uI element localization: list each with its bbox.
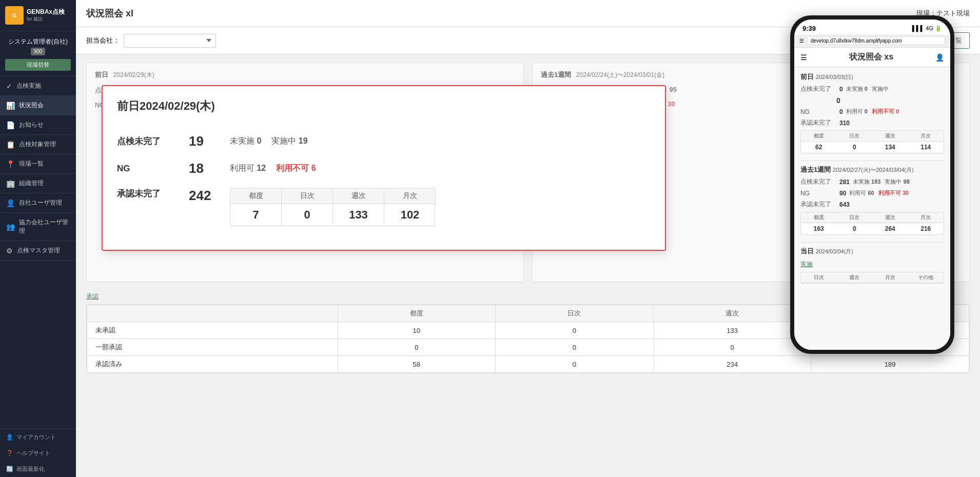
sidebar-item-notice[interactable]: 📄 お知らせ [0, 115, 76, 135]
mb-h1: 都度 [801, 131, 837, 142]
breakdown-box-wrap: 都度 日次 週次 月次 7 0 133 102 [230, 188, 435, 226]
sidebar-item-help[interactable]: ❓ ヘルプサイト [0, 445, 76, 461]
overlay-date: 2024/02/29(木) [140, 98, 215, 114]
user-badge: 900 [31, 48, 46, 55]
mobile-past-approval-label: 承認未完了 [800, 200, 836, 209]
sidebar-item-refresh[interactable]: 🔄 画面最新化 [0, 461, 76, 477]
overlay-inspect-value: 19 [189, 133, 220, 149]
sidebar-item-inspection[interactable]: ✓ 点検実施 [0, 76, 76, 96]
location-icon: 📍 [6, 160, 15, 168]
mobile-mockup: 9:39 ▌▌▌ 4G 🔋 ☰ develop.d7u8xtkw78dm.amp… [790, 15, 954, 354]
sidebar-item-partner-user[interactable]: 👥 協力会社ユーザ管理 [0, 213, 76, 241]
help-icon: ❓ [6, 450, 13, 456]
overlay-inspect-label: 点検未完了 [117, 135, 179, 147]
prev-day-title: 前日 [95, 71, 108, 78]
mobile-past-week-section: 過去1週間 2024/02/27(火)〜2024/03/04(月) 点検未完了 … [800, 165, 944, 235]
row-unapproved-weekly: 133 [653, 322, 811, 339]
notice-icon: 📄 [6, 121, 15, 129]
past-week-title: 過去1週間 [541, 71, 571, 78]
breakdown-header-tudo: 都度 [230, 188, 282, 204]
sidebar-item-location-list[interactable]: 📍 現場一覧 [0, 154, 76, 174]
logo-text-line2: for 建設 [27, 16, 65, 23]
row-partial-weekly: 0 [653, 339, 811, 356]
row-label-partial: 一部承認 [87, 339, 338, 356]
mobile-today-section: 当日 2024/03/04(月) 実施 日次 週次 月次 その他 [800, 247, 944, 284]
mobile-divider-2 [800, 242, 944, 243]
logo-icon: G [5, 6, 24, 25]
sidebar-item-status[interactable]: 📊 状況照会 [0, 96, 76, 115]
mb-ph4: 月次 [908, 212, 944, 223]
logo-text-line1: GENBAx点検 [27, 8, 65, 16]
mobile-screen: 9:39 ▌▌▌ 4G 🔋 ☰ develop.d7u8xtkw78dm.amp… [794, 19, 950, 350]
mobile-past-ng-val: 90 [839, 190, 846, 197]
mobile-user-icon[interactable]: 👤 [935, 53, 944, 62]
mb-ph2: 日次 [837, 212, 873, 223]
mb-pv2: 0 [837, 223, 873, 234]
th-weekly: 週次 [653, 305, 811, 322]
sidebar-item-label: 自社ユーザ管理 [19, 198, 62, 207]
mobile-today-link[interactable]: 実施 [800, 261, 813, 268]
mb-v1: 62 [801, 142, 837, 153]
company-select[interactable] [124, 34, 216, 48]
mobile-prev-inspect-row: 点検未完了 0 未実施 0 実施中 [800, 85, 944, 93]
mobile-prev-section: 前日 2024/03/03(日) 点検未完了 0 未実施 0 実施中 0 NG [800, 72, 944, 153]
myaccount-icon: 👤 [6, 434, 13, 441]
mb-pv4: 216 [908, 223, 944, 234]
company-label: 担当会社： [86, 36, 120, 45]
mb-ph1: 都度 [801, 212, 837, 223]
mobile-past-approval-row: 承認未完了 643 [800, 200, 944, 209]
sidebar-item-user-mgmt[interactable]: 👤 自社ユーザ管理 [0, 193, 76, 213]
location-switch-button[interactable]: 現場切替 [5, 59, 71, 71]
mobile-divider-1 [800, 161, 944, 161]
breakdown-val-tudo: 7 [230, 204, 282, 226]
approval-link[interactable]: 承認 [86, 292, 99, 301]
prev-day-date-small: 2024/02/29(木) [113, 71, 154, 78]
sidebar-item-label: 協力会社ユーザ管理 [19, 218, 70, 235]
row-approved-monthly: 189 [811, 356, 969, 373]
breakdown-header-monthly: 月次 [384, 188, 436, 204]
org-icon: 🏢 [6, 180, 15, 188]
mb-v2: 0 [837, 142, 873, 153]
mobile-prev-ng-row: NG 0 利用可 0 利用不可 0 [800, 108, 944, 115]
sidebar-item-org[interactable]: 🏢 組織管理 [0, 174, 76, 193]
overlay-card: 前日 2024/02/29(木) 点検未完了 19 未実施 0 実施中 19 N… [102, 85, 666, 251]
sidebar-item-myaccount[interactable]: 👤 マイアカウント [0, 429, 76, 445]
mobile-past-breakdown: 都度 日次 週次 月次 163 0 264 216 [800, 212, 944, 235]
mb-h3: 週次 [872, 131, 908, 142]
sidebar-bottom-label: マイアカウント [16, 433, 56, 441]
overlay-approval-label: 承認未完了 [117, 188, 179, 200]
overlay-inspection-row: 点検未完了 19 未実施 0 実施中 19 [117, 133, 651, 149]
mobile-prev-in-progress: 0 [836, 96, 944, 105]
mobile-today-title: 当日 [800, 247, 814, 255]
sidebar-item-inspection-target[interactable]: 📋 点検対象管理 [0, 135, 76, 154]
mobile-menu-icon[interactable]: ☰ [800, 53, 807, 62]
mb-th1: 日次 [801, 272, 837, 283]
sidebar-item-master[interactable]: ⚙ 点検マスタ管理 [0, 241, 76, 261]
overlay-ng-value: 18 [189, 161, 220, 176]
row-approved-tudo: 58 [338, 356, 496, 373]
master-icon: ⚙ [6, 247, 13, 255]
mobile-prev-approval-row: 承認未完了 310 [800, 118, 944, 127]
mb-h4: 月次 [908, 131, 944, 142]
sidebar-navigation: ✓ 点検実施 📊 状況照会 📄 お知らせ 📋 点検対象管理 📍 現場一覧 🏢 組… [0, 76, 76, 429]
mobile-past-title: 過去1週間 [800, 166, 831, 173]
mb-h2: 日次 [837, 131, 873, 142]
sidebar-item-label: お知らせ [19, 121, 44, 129]
user-icon: 👤 [6, 199, 15, 207]
row-partial-tudo: 0 [338, 339, 496, 356]
overlay-in-progress: 19 [299, 136, 308, 145]
mobile-past-inspect-label: 点検未完了 [800, 177, 836, 186]
mb-v4: 114 [908, 142, 944, 153]
mb-ph3: 週次 [872, 212, 908, 223]
sidebar-user-info: システム管理者(自社) 900 現場切替 [0, 31, 76, 76]
sidebar-item-label: 状況照会 [19, 101, 44, 110]
sidebar: G GENBAx点検 for 建設 システム管理者(自社) 900 現場切替 ✓… [0, 0, 76, 477]
refresh-icon: 🔄 [6, 466, 13, 472]
breakdown-header-weekly: 週次 [333, 188, 384, 204]
sidebar-bottom-label: ヘルプサイト [16, 449, 50, 457]
overlay-ng-label: NG [117, 164, 179, 174]
mobile-app-header: ☰ 状況照会 xs 👤 [794, 48, 950, 67]
target-icon: 📋 [6, 141, 15, 149]
mobile-prev-approval-label: 承認未完了 [800, 118, 836, 127]
row-approved-weekly: 234 [653, 356, 811, 373]
